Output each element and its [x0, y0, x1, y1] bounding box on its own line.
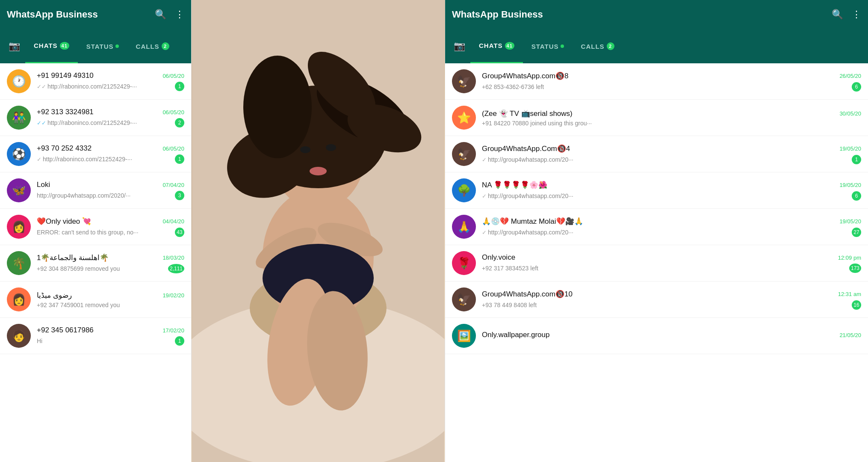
chat-content: NA 🌹🌹🌹🌹🌸🌺 19/05/20 ✓http://group4whatsap…	[482, 181, 861, 201]
chat-content: Group4WhatsApp.com🔞8 26/05/20 +62 853-43…	[482, 71, 861, 92]
chat-content: +92 313 3324981 06/05/20 ✓✓http://raboni…	[37, 108, 184, 127]
list-item[interactable]: 🌴 1🌴اهلسنة والجماعة🌴 18/03/20 +92 304 88…	[0, 245, 191, 281]
avatar: 👩	[7, 215, 31, 239]
chat-msg: ✓http://group4whatsapp.com/20···	[482, 156, 573, 163]
chat-time: 21/05/20	[839, 332, 861, 338]
chat-name: +92 345 0617986	[37, 326, 94, 335]
right-header-icons: 🔍 ⋮	[832, 9, 861, 20]
chat-top: +92 313 3324981 06/05/20	[37, 108, 184, 116]
left-camera-icon[interactable]: 📷	[3, 41, 25, 52]
chat-time: 04/04/20	[162, 218, 184, 225]
chat-top: Loki 07/04/20	[37, 181, 184, 189]
list-item[interactable]: 🕐 +91 99149 49310 06/05/20 ✓✓http://rabo…	[0, 63, 191, 100]
chat-content: Only.voice 12:09 pm +92 317 3834523 left…	[482, 253, 861, 273]
avatar: 🦋	[7, 178, 31, 202]
chat-name: Group4WhatsApp.com🔞10	[482, 290, 573, 299]
chat-time: 17/02/20	[162, 327, 184, 334]
chat-time: 19/02/20	[162, 292, 184, 299]
chat-content: +92 345 0617986 17/02/20 Hi 1	[37, 326, 184, 346]
chat-name: رضوی میڈیا	[37, 291, 72, 300]
list-item[interactable]: 🌹 Only.voice 12:09 pm +92 317 3834523 le…	[445, 245, 868, 281]
right-search-icon[interactable]: 🔍	[832, 9, 843, 20]
chat-msg: ERROR: can't send to this group, no···	[37, 229, 139, 236]
chat-msg: ✓http://raboninco.com/21252429-···	[37, 156, 132, 163]
left-tab-status[interactable]: STATUS	[78, 29, 127, 63]
chat-top: +93 70 252 4332 06/05/20	[37, 144, 184, 153]
chat-msg: +92 304 8875699 removed you	[37, 265, 120, 272]
chat-top: رضوی میڈیا 19/02/20	[37, 291, 184, 300]
right-header: WhatsApp Business 🔍 ⋮	[445, 0, 868, 29]
right-app-title: WhatsApp Business	[452, 9, 543, 20]
chat-time: 07/04/20	[162, 182, 184, 188]
chat-msg: +92 317 3834523 left	[482, 265, 538, 272]
list-item[interactable]: 🦅 Group4WhatsApp.Com🔞4 19/05/20 ✓http://…	[445, 136, 868, 172]
left-tabs: 📷 CHATS 41 STATUS CALLS 2	[0, 29, 191, 63]
svg-point-15	[326, 144, 336, 151]
right-tab-chats[interactable]: CHATS 41	[470, 29, 523, 63]
unread-badge: 3	[175, 191, 184, 200]
chat-content: (Zee 👻 TV 📺serial shows) 30/05/20 +91 84…	[482, 109, 861, 127]
right-panel: WhatsApp Business 🔍 ⋮ 📷 CHATS 41 STATUS …	[445, 0, 868, 462]
right-chat-list: 🦅 Group4WhatsApp.com🔞8 26/05/20 +62 853-…	[445, 63, 868, 462]
avatar: 🙏	[452, 215, 476, 239]
list-item[interactable]: 👫 +92 313 3324981 06/05/20 ✓✓http://rabo…	[0, 100, 191, 136]
unread-badge: 6	[852, 82, 861, 92]
chat-bottom: +92 347 7459001 removed you	[37, 302, 184, 308]
unread-badge: 1	[175, 154, 184, 164]
chat-content: 🙏💿💔 Mumtaz Molai💔🎥🙏 19/05/20 ✓http://gro…	[482, 217, 861, 237]
list-item[interactable]: ⚽ +93 70 252 4332 06/05/20 ✓http://rabon…	[0, 136, 191, 172]
unread-badge: 1	[175, 82, 184, 91]
chat-time: 12:09 pm	[838, 255, 861, 261]
left-search-icon[interactable]: 🔍	[155, 9, 166, 20]
list-item[interactable]: 👩 رضوی میڈیا 19/02/20 +92 347 7459001 re…	[0, 281, 191, 318]
chat-bottom: ✓http://group4whatsapp.com/20··· 1	[482, 155, 861, 164]
chat-bottom: +91 84220 70880 joined using this grou··…	[482, 120, 861, 127]
chat-name: Loki	[37, 181, 50, 189]
right-camera-icon[interactable]: 📷	[449, 41, 470, 52]
list-item[interactable]: 🦋 Loki 07/04/20 http://group4whatsapp.co…	[0, 172, 191, 209]
unread-badge: 2	[175, 118, 184, 127]
chat-name: Only.wallpaper.group	[482, 331, 549, 339]
chat-top: Only.voice 12:09 pm	[482, 253, 861, 262]
unread-badge: 16	[852, 300, 861, 310]
chat-name: Group4WhatsApp.com🔞8	[482, 71, 568, 80]
list-item[interactable]: 👩 ❤️Only video 💘 04/04/20 ERROR: can't s…	[0, 209, 191, 245]
chat-top: NA 🌹🌹🌹🌹🌸🌺 19/05/20	[482, 181, 861, 190]
left-menu-icon[interactable]: ⋮	[175, 9, 184, 20]
chat-msg: ✓✓http://raboninco.com/21252429-···	[37, 83, 137, 90]
svg-point-14	[300, 146, 310, 153]
chat-top: +91 99149 49310 06/05/20	[37, 71, 184, 80]
portrait-photo	[192, 0, 445, 462]
chat-content: Only.wallpaper.group 21/05/20	[482, 331, 861, 341]
chat-time: 26/05/20	[839, 73, 861, 79]
chat-name: +93 70 252 4332	[37, 144, 92, 153]
left-tab-chats[interactable]: CHATS 41	[25, 29, 78, 63]
right-tab-calls[interactable]: CALLS 2	[573, 29, 623, 63]
list-item[interactable]: 🦅 Group4WhatsApp.com🔞10 12:31 am +93 78 …	[445, 281, 868, 318]
list-item[interactable]: 🦅 Group4WhatsApp.com🔞8 26/05/20 +62 853-…	[445, 63, 868, 100]
list-item[interactable]: 🖼️ Only.wallpaper.group 21/05/20	[445, 318, 868, 354]
chat-time: 06/05/20	[162, 145, 184, 152]
list-item[interactable]: 🌳 NA 🌹🌹🌹🌹🌸🌺 19/05/20 ✓http://group4whats…	[445, 172, 868, 209]
avatar: ⭐	[452, 106, 476, 130]
chat-time: 06/05/20	[162, 109, 184, 116]
avatar: 🌳	[452, 178, 476, 202]
right-tab-status[interactable]: STATUS	[523, 29, 573, 63]
avatar: 🕐	[7, 69, 31, 93]
chat-bottom: ✓✓http://raboninco.com/21252429-··· 1	[37, 82, 184, 91]
left-chats-badge: 41	[60, 42, 69, 50]
avatar: ⚽	[7, 142, 31, 166]
avatar: 👫	[7, 106, 31, 130]
right-menu-icon[interactable]: ⋮	[852, 9, 861, 20]
left-tab-calls[interactable]: CALLS 2	[127, 29, 178, 63]
list-item[interactable]: 🙏 🙏💿💔 Mumtaz Molai💔🎥🙏 19/05/20 ✓http://g…	[445, 209, 868, 245]
list-item[interactable]: 🧑 +92 345 0617986 17/02/20 Hi 1	[0, 318, 191, 354]
avatar: 🖼️	[452, 324, 476, 348]
svg-point-16	[310, 167, 327, 175]
left-chats-label: CHATS	[34, 42, 58, 49]
list-item[interactable]: ⭐ (Zee 👻 TV 📺serial shows) 30/05/20 +91 …	[445, 100, 868, 136]
unread-badge: 1	[852, 155, 861, 164]
unread-badge: 1	[175, 336, 184, 346]
chat-msg: ✓✓http://raboninco.com/21252429-···	[37, 119, 137, 126]
chat-msg: +62 853-4362-6736 left	[482, 83, 544, 90]
